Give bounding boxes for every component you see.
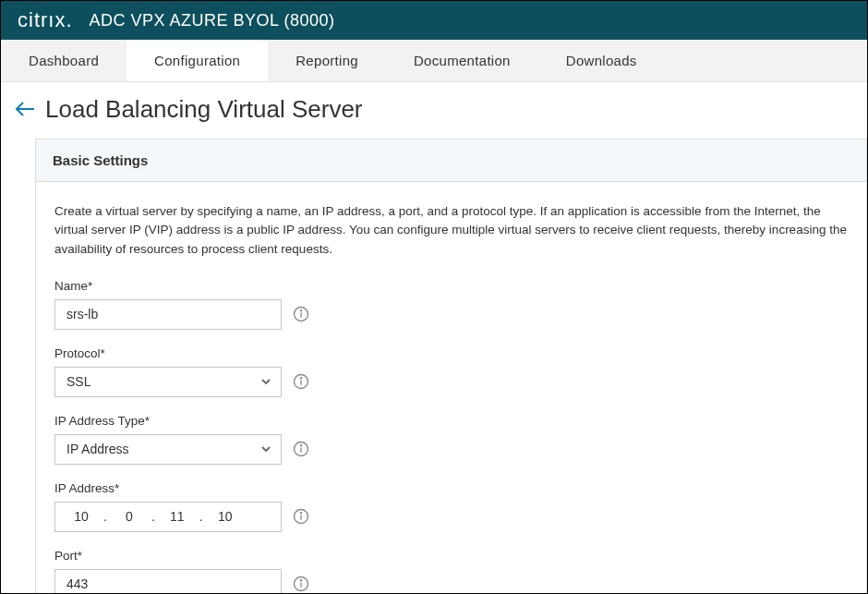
svg-point-2	[300, 310, 301, 311]
name-input[interactable]	[54, 299, 282, 330]
page-title: Load Balancing Virtual Server	[45, 95, 363, 124]
form-group-ip-address: IP Address* . . .	[54, 481, 848, 532]
app-header: citrıx. ADC VPX AZURE BYOL (8000)	[1, 1, 867, 40]
svg-point-5	[300, 378, 301, 379]
page-header: Load Balancing Virtual Server	[1, 82, 867, 139]
citrix-logo: citrıx.	[18, 8, 73, 32]
port-input[interactable]	[54, 569, 282, 594]
info-icon[interactable]	[293, 306, 309, 322]
name-row	[54, 299, 848, 330]
form-group-name: Name*	[54, 279, 848, 330]
ip-address-row: . . .	[54, 502, 848, 532]
ip-oct2[interactable]	[109, 509, 150, 524]
ip-oct3[interactable]	[157, 509, 198, 524]
info-icon[interactable]	[293, 576, 309, 592]
ip-type-label: IP Address Type*	[54, 414, 848, 428]
ip-dot: .	[198, 509, 205, 524]
ip-dot: .	[150, 509, 157, 524]
ip-dot: .	[102, 509, 109, 524]
form-group-ip-type: IP Address Type*	[54, 414, 848, 465]
panel-description: Create a virtual server by specifying a …	[54, 202, 848, 259]
ip-address-label: IP Address*	[54, 481, 848, 495]
info-icon[interactable]	[293, 508, 309, 525]
ip-address-input[interactable]: . . .	[54, 502, 282, 532]
tab-dashboard[interactable]: Dashboard	[1, 40, 127, 81]
tab-configuration[interactable]: Configuration	[127, 40, 268, 81]
protocol-select-wrap	[54, 367, 282, 397]
protocol-row	[54, 367, 848, 397]
main-tabs: Dashboard Configuration Reporting Docume…	[1, 40, 867, 82]
tab-downloads[interactable]: Downloads	[538, 40, 665, 81]
header-title: ADC VPX AZURE BYOL (8000)	[90, 11, 335, 30]
svg-point-8	[300, 445, 301, 446]
ip-type-select[interactable]	[54, 434, 282, 465]
form-group-protocol: Protocol*	[54, 346, 848, 397]
protocol-label: Protocol*	[54, 346, 848, 360]
ip-oct1[interactable]	[61, 509, 102, 524]
ip-oct4[interactable]	[205, 509, 246, 524]
info-icon[interactable]	[293, 441, 309, 457]
tab-documentation[interactable]: Documentation	[386, 40, 538, 81]
name-label: Name*	[54, 279, 848, 293]
panel-header: Basic Settings	[36, 139, 866, 182]
svg-point-14	[300, 580, 301, 581]
ip-type-select-wrap	[54, 434, 282, 465]
tab-reporting[interactable]: Reporting	[268, 40, 386, 81]
port-row	[54, 569, 848, 594]
form-group-port: Port*	[54, 549, 848, 594]
back-arrow-icon[interactable]	[14, 98, 36, 122]
panel-body: Create a virtual server by specifying a …	[36, 182, 866, 594]
ip-type-row	[54, 434, 848, 465]
basic-settings-panel: Basic Settings Create a virtual server b…	[35, 139, 867, 594]
port-label: Port*	[54, 549, 848, 563]
svg-point-11	[300, 513, 301, 514]
protocol-select[interactable]	[54, 367, 282, 397]
info-icon[interactable]	[293, 373, 309, 390]
